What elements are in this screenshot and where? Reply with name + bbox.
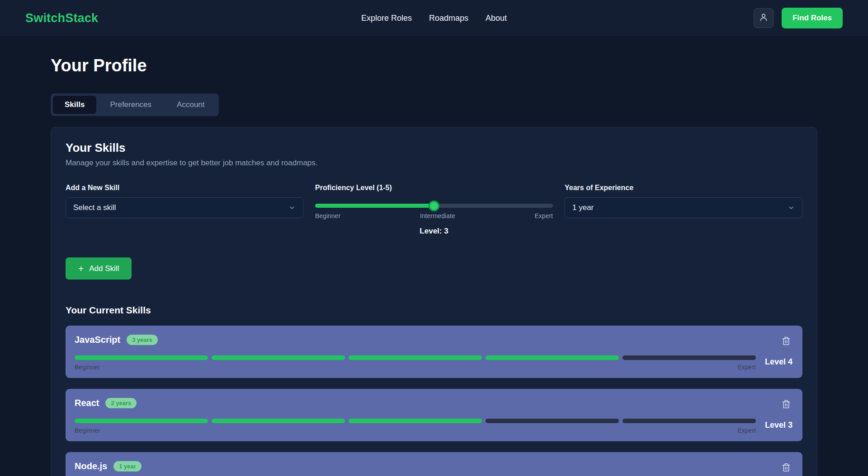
skill-name: JavaScript xyxy=(75,335,120,345)
skill-progress-bar xyxy=(75,419,756,423)
experience-label: Years of Experience xyxy=(565,184,802,192)
skill-select-value: Select a skill xyxy=(73,203,116,212)
progress-segment xyxy=(75,419,208,423)
your-skills-card: Your Skills Manage your skills and exper… xyxy=(51,127,817,476)
scale-min-label: Beginner xyxy=(75,427,100,434)
delete-skill-button[interactable] xyxy=(780,461,793,474)
trash-icon xyxy=(782,400,791,409)
user-profile-button[interactable] xyxy=(754,8,774,28)
skill-card: React 2 years Beginner E xyxy=(66,389,802,441)
add-skill-button-label: Add Skill xyxy=(89,264,119,273)
add-skill-label: Add a New Skill xyxy=(66,184,303,192)
proficiency-slider-fill xyxy=(315,204,434,208)
experience-select[interactable]: 1 year xyxy=(565,197,802,218)
proficiency-slider-thumb[interactable] xyxy=(429,201,439,211)
skills-card-subtitle: Manage your skills and expertise to get … xyxy=(66,159,802,168)
progress-segment xyxy=(486,419,619,423)
progress-segment xyxy=(349,355,482,360)
proficiency-value-label: Level: 3 xyxy=(315,227,553,236)
navbar-actions: Find Roles xyxy=(754,8,843,28)
nav-roadmaps[interactable]: Roadmaps xyxy=(429,14,468,23)
skill-progress-bar xyxy=(75,355,756,360)
scale-expert-label: Expert xyxy=(535,212,553,219)
top-navbar: SwitchStack Explore Roles Roadmaps About… xyxy=(0,0,868,36)
skills-card-title: Your Skills xyxy=(66,141,802,155)
delete-skill-button[interactable] xyxy=(780,335,793,347)
proficiency-field: Proficiency Level (1-5) Beginner Interme… xyxy=(315,184,553,236)
skill-level-label: Level 3 xyxy=(765,420,793,430)
find-roles-button[interactable]: Find Roles xyxy=(782,8,843,28)
add-skill-form: Add a New Skill Select a skill Proficien… xyxy=(66,184,802,236)
main-nav: Explore Roles Roadmaps About xyxy=(361,14,507,23)
scale-max-label: Expert xyxy=(737,364,755,371)
nav-about[interactable]: About xyxy=(486,14,507,23)
proficiency-slider: Beginner Intermediate Expert Level: 3 xyxy=(315,197,553,236)
user-icon xyxy=(759,13,768,23)
scale-intermediate-label: Intermediate xyxy=(420,212,455,219)
skill-years-badge: 3 years xyxy=(127,335,158,345)
trash-icon xyxy=(782,463,791,472)
brand-logo[interactable]: SwitchStack xyxy=(25,11,98,25)
plus-icon: + xyxy=(78,264,84,273)
tab-skills[interactable]: Skills xyxy=(53,96,96,114)
skill-name: Node.js xyxy=(75,461,107,471)
chevron-down-icon xyxy=(288,204,296,211)
progress-segment xyxy=(623,355,756,360)
proficiency-slider-track[interactable] xyxy=(315,204,553,208)
page-title: Your Profile xyxy=(51,56,817,75)
progress-segment xyxy=(212,419,345,423)
nav-explore-roles[interactable]: Explore Roles xyxy=(361,14,412,23)
proficiency-scale: Beginner Intermediate Expert xyxy=(315,212,553,219)
progress-segment xyxy=(486,355,619,360)
profile-tab-bar: Skills Preferences Account xyxy=(51,93,219,116)
current-skills-list: JavaScript 3 years Beginner xyxy=(66,326,802,476)
experience-field: Years of Experience 1 year xyxy=(565,184,802,218)
add-skill-button[interactable]: + Add Skill xyxy=(66,257,132,280)
skill-years-badge: 2 years xyxy=(105,398,137,408)
progress-segment xyxy=(212,355,345,360)
skill-level-label: Level 4 xyxy=(765,357,793,367)
tab-preferences[interactable]: Preferences xyxy=(98,96,163,114)
skill-name: React xyxy=(75,398,99,408)
scale-min-label: Beginner xyxy=(75,364,100,371)
trash-icon xyxy=(782,336,791,345)
skill-select[interactable]: Select a skill xyxy=(66,197,303,218)
tab-account[interactable]: Account xyxy=(165,96,216,114)
skill-card: Node.js 1 year Beginner xyxy=(66,452,802,476)
skill-card: JavaScript 3 years Beginner xyxy=(66,326,802,378)
scale-beginner-label: Beginner xyxy=(315,212,340,219)
experience-select-value: 1 year xyxy=(572,203,594,212)
proficiency-label: Proficiency Level (1-5) xyxy=(315,184,553,192)
skill-years-badge: 1 year xyxy=(113,461,142,471)
chevron-down-icon xyxy=(788,204,795,211)
main-content: Your Profile Skills Preferences Account … xyxy=(51,36,817,476)
delete-skill-button[interactable] xyxy=(780,398,793,411)
progress-segment xyxy=(349,419,482,423)
progress-segment xyxy=(75,355,208,360)
scale-max-label: Expert xyxy=(737,427,755,434)
progress-segment xyxy=(623,419,756,423)
current-skills-title: Your Current Skills xyxy=(66,305,802,316)
add-skill-field: Add a New Skill Select a skill xyxy=(66,184,303,218)
